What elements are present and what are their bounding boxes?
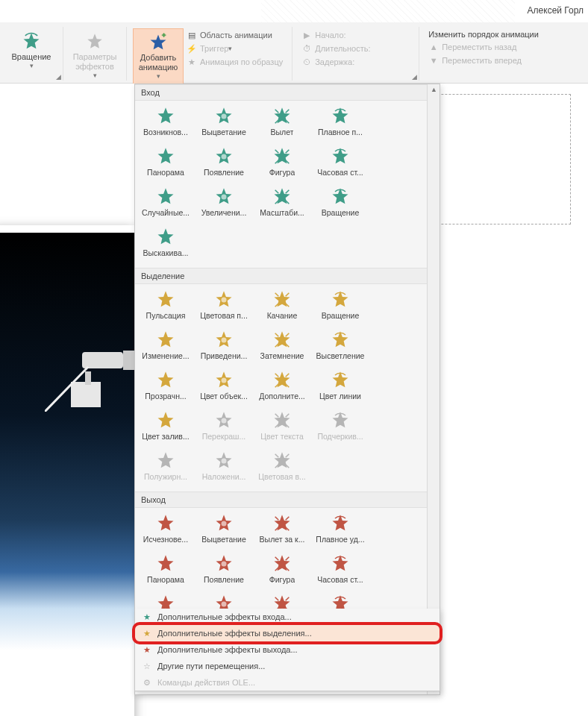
more-exit-label: Дополнительные эффекты выхода... bbox=[157, 645, 298, 654]
effect-item[interactable]: Цвет залив... bbox=[137, 408, 195, 448]
slide-image[interactable] bbox=[0, 233, 134, 716]
effect-label: Цветовая п... bbox=[200, 311, 248, 320]
add-animation-button[interactable]: Добавить анимацию ▾ bbox=[133, 28, 184, 84]
start-row: ▶ Начало: bbox=[298, 28, 348, 42]
effect-item[interactable]: Высветление bbox=[311, 327, 369, 368]
svg-point-5 bbox=[222, 114, 227, 119]
effect-item[interactable]: Прозрачн... bbox=[137, 368, 195, 408]
effect-item[interactable]: Цвет линии bbox=[311, 368, 369, 408]
more-exit-item[interactable]: ★ Дополнительные эффекты выхода... bbox=[135, 641, 440, 658]
more-entrance-item[interactable]: ★ Дополнительные эффекты входа... bbox=[135, 609, 440, 625]
star-icon bbox=[328, 145, 352, 168]
reorder-label: Изменить порядок анимации bbox=[428, 30, 539, 39]
star-icon bbox=[328, 409, 352, 432]
group-launcher-icon[interactable]: ◢ bbox=[412, 73, 417, 81]
star-icon: ★ bbox=[141, 644, 153, 656]
effect-item[interactable]: Масштаби... bbox=[253, 184, 311, 224]
duration-label: Длительность: bbox=[315, 44, 370, 53]
star-icon bbox=[328, 186, 352, 208]
svg-point-11 bbox=[222, 418, 227, 424]
group-launcher-icon[interactable]: ◢ bbox=[56, 73, 61, 81]
star-icon bbox=[212, 105, 236, 128]
effect-item[interactable]: Появление bbox=[195, 551, 253, 591]
effect-item[interactable]: Пульсация bbox=[137, 287, 195, 327]
effect-label: Вылет за к... bbox=[260, 535, 305, 544]
rotation-star-icon bbox=[21, 31, 42, 52]
effect-item[interactable]: Плавное уд... bbox=[311, 511, 369, 551]
effect-label: Пульсация bbox=[146, 311, 186, 320]
effect-item[interactable]: Вылет bbox=[253, 104, 311, 144]
ribbon: Вращение ▾ ◢ Параметры эффектов ▾ Добави… bbox=[0, 22, 588, 84]
effect-item[interactable]: Качание bbox=[253, 287, 311, 327]
effect-item[interactable]: Цвет объек... bbox=[195, 368, 253, 408]
rotation-button[interactable]: Вращение ▾ bbox=[6, 28, 57, 73]
effect-item[interactable]: Вращение bbox=[311, 184, 369, 224]
ole-icon: ⚙ bbox=[141, 676, 153, 688]
effect-item[interactable]: Панорама bbox=[137, 551, 195, 591]
effect-label: Перекраш... bbox=[202, 432, 246, 441]
effect-label: Исчезнове... bbox=[143, 535, 188, 544]
effect-item[interactable]: Выцветание bbox=[195, 511, 253, 551]
star-icon bbox=[270, 289, 294, 311]
effect-label: Цвет объек... bbox=[200, 392, 248, 401]
effect-item[interactable]: Часовая ст... bbox=[311, 144, 369, 184]
effect-label: Плавное уд... bbox=[316, 535, 364, 544]
effect-item[interactable]: Плавное п... bbox=[311, 104, 369, 144]
effect-item[interactable]: Дополните... bbox=[253, 368, 311, 408]
effect-label: Цветовая в... bbox=[258, 472, 305, 481]
move-later-button: ▼ Переместить вперед bbox=[425, 54, 525, 67]
star-icon bbox=[328, 329, 352, 351]
effect-label: Дополните... bbox=[259, 392, 304, 401]
motion-path-item[interactable]: Повороты bbox=[253, 694, 311, 695]
star-icon bbox=[328, 289, 352, 311]
effect-item[interactable]: Вылет за к... bbox=[253, 511, 311, 551]
star-icon bbox=[154, 186, 178, 208]
effect-item[interactable]: Фигура bbox=[253, 144, 311, 184]
motion-path-item[interactable]: Линии bbox=[137, 694, 195, 695]
delay-row: ⏲ Задержка: bbox=[298, 55, 357, 69]
effect-item[interactable]: Возникнов... bbox=[137, 104, 195, 144]
start-label: Начало: bbox=[315, 31, 345, 40]
effect-item[interactable]: Цветовая п... bbox=[195, 287, 253, 327]
effect-item[interactable]: Часовая ст... bbox=[311, 551, 369, 591]
scrollbar[interactable]: ▲ ▼ bbox=[427, 84, 440, 694]
effect-item[interactable]: Приведени... bbox=[195, 327, 253, 368]
effect-item[interactable]: Увеличени... bbox=[195, 184, 253, 224]
star-icon bbox=[270, 450, 294, 472]
more-motion-item[interactable]: ☆ Другие пути перемещения... bbox=[135, 658, 440, 674]
effect-item[interactable]: Затемнение bbox=[253, 327, 311, 368]
effect-item[interactable]: Появление bbox=[195, 144, 253, 184]
effect-item[interactable]: Изменение... bbox=[137, 327, 195, 368]
dropdown-arrow-icon: ▾ bbox=[30, 62, 34, 70]
effect-params-label: Параметры эффектов bbox=[73, 52, 117, 72]
effect-item[interactable]: Выскакива... bbox=[137, 224, 195, 265]
effect-item[interactable]: Исчезнове... bbox=[137, 511, 195, 551]
effect-item[interactable]: Фигура bbox=[253, 551, 311, 591]
star-icon bbox=[154, 553, 178, 575]
scroll-up-icon[interactable]: ▲ bbox=[431, 86, 437, 93]
effect-label: Цвет линии bbox=[319, 392, 361, 401]
animation-pane-button[interactable]: ▤ Область анимации bbox=[184, 28, 286, 42]
effect-item[interactable]: Случайные... bbox=[137, 184, 195, 224]
effect-item[interactable]: Выцветание bbox=[195, 104, 253, 144]
painter-icon: ★ bbox=[187, 57, 197, 67]
star-icon bbox=[154, 450, 178, 472]
effect-item[interactable]: Вращение bbox=[311, 287, 369, 327]
motion-path-item[interactable]: Дуги bbox=[195, 694, 253, 695]
star-icon bbox=[270, 369, 294, 392]
trigger-icon: ⚡ bbox=[187, 43, 197, 54]
effect-item[interactable]: Панорама bbox=[137, 144, 195, 184]
advanced-column: ▤ Область анимации ⚡ Триггер ▾ ★ Анимаци… bbox=[184, 28, 286, 69]
emphasis-grid: ПульсацияЦветовая п...КачаниеВращениеИзм… bbox=[135, 284, 427, 492]
more-emphasis-item[interactable]: ★ Дополнительные эффекты выделения... bbox=[135, 625, 440, 641]
move-earlier-label: Переместить назад bbox=[442, 43, 516, 51]
effect-label: Появление bbox=[204, 168, 244, 177]
ribbon-group-reorder: Изменить порядок анимации ▲ Переместить … bbox=[419, 27, 548, 81]
ribbon-group-params: Параметры эффектов ▾ bbox=[63, 27, 127, 81]
add-animation-label: Добавить анимацию bbox=[138, 53, 178, 72]
star-icon bbox=[270, 186, 294, 208]
svg-point-15 bbox=[222, 602, 227, 607]
arrow-down-icon: ▼ bbox=[428, 55, 439, 66]
effect-label: Панорама bbox=[147, 575, 184, 584]
motion-path-item[interactable]: Фигуры bbox=[311, 694, 369, 695]
